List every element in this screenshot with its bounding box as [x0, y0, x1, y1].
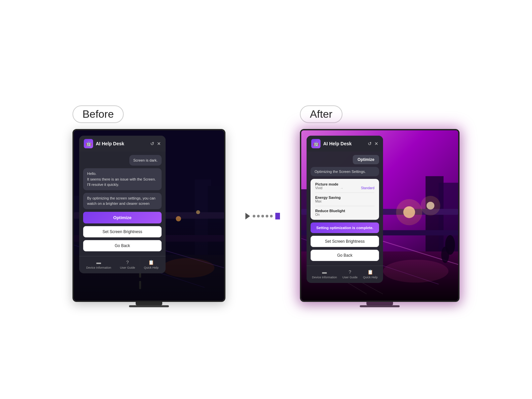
arrow-icon: →: [340, 186, 343, 190]
dot-5: [270, 215, 273, 217]
after-close-button[interactable]: ✕: [374, 141, 378, 146]
dots-container: [253, 215, 273, 217]
after-tv-base: [360, 305, 400, 307]
after-tv-stand: [366, 302, 393, 305]
before-help-icon: 📋: [148, 260, 154, 265]
before-back-button[interactable]: Go Back: [83, 240, 162, 251]
after-complete-button[interactable]: Setting optimization is complete.: [311, 222, 379, 233]
after-footer-guide[interactable]: ? User Guide: [342, 269, 358, 279]
after-back-button[interactable]: Go Back: [311, 250, 379, 261]
after-status-bubble: Optimizing the Screen Settings.: [311, 167, 379, 176]
after-label: After: [300, 105, 342, 123]
before-dialog-footer: ▬ Device Information ? User Guide 📋 Quic…: [79, 256, 166, 273]
before-optimize-button[interactable]: Optimize: [83, 212, 162, 223]
energy-saving-row: Energy Saving Max: [315, 196, 374, 203]
after-settings-card: Picture mode Vivid → Standard Energy Sav…: [311, 179, 379, 220]
reduce-bluelight-label: Reduce Bluelight: [315, 209, 374, 213]
before-dialog: 🤖 AI Help Desk ↺ ✕ Screen is dark. Hello…: [79, 136, 166, 273]
after-help-icon: 📋: [367, 269, 373, 275]
picture-mode-row: Picture mode Vivid → Standard: [315, 182, 374, 190]
before-close-button[interactable]: ✕: [157, 141, 161, 146]
before-panel: Before: [72, 105, 225, 307]
before-brightness-button[interactable]: Set Screen Brightness: [83, 226, 162, 237]
arrow-head-left: [245, 213, 250, 219]
after-tv-screen: 🤖 AI Help Desk ↺ ✕ Optimize Optimizing t…: [300, 129, 460, 302]
divider-2: [315, 206, 374, 206]
before-dialog-title: AI Help Desk: [96, 141, 124, 146]
picture-mode-label: Picture mode: [315, 182, 374, 186]
arrow-connector: [245, 213, 280, 219]
before-footer-help[interactable]: 📋 Quick Help: [144, 260, 159, 269]
dot-4: [266, 215, 268, 217]
after-optimize-top-button[interactable]: Optimize: [353, 155, 379, 164]
before-footer-device[interactable]: ▬ Device Information: [86, 260, 111, 269]
after-dialog-controls: ↺ ✕: [368, 141, 378, 146]
energy-saving-label: Energy Saving: [315, 196, 374, 200]
after-panel: After: [300, 105, 460, 307]
before-device-icon: ▬: [96, 260, 101, 265]
before-header-left: 🤖 AI Help Desk: [84, 139, 124, 148]
before-dialog-controls: ↺ ✕: [150, 141, 161, 146]
after-footer-device[interactable]: ▬ Device Information: [312, 269, 337, 279]
dot-3: [261, 215, 264, 217]
dot-2: [257, 215, 260, 217]
before-footer-guide[interactable]: ? User Guide: [120, 260, 135, 269]
before-refresh-button[interactable]: ↺: [150, 141, 154, 146]
after-footer-help[interactable]: 📋 Quick Help: [363, 269, 378, 279]
energy-saving-value: Max: [315, 200, 374, 203]
after-dialog: 🤖 AI Help Desk ↺ ✕ Optimize Optimizing t…: [307, 136, 383, 283]
divider-1: [315, 193, 374, 193]
before-screen-dark-bubble: Screen is dark.: [129, 155, 162, 166]
dot-1: [253, 215, 255, 217]
reduce-bluelight-row: Reduce Bluelight On: [315, 209, 374, 216]
before-ai-icon: 🤖: [84, 139, 93, 148]
picture-mode-to: Standard: [361, 186, 374, 190]
before-tv-stand: [136, 302, 162, 305]
after-dialog-title: AI Help Desk: [323, 141, 352, 146]
picture-mode-values: Vivid → Standard: [315, 186, 374, 190]
main-container: Before: [0, 105, 532, 307]
after-brightness-button[interactable]: Set Screen Brightness: [311, 236, 379, 247]
arrow-head-right: [275, 213, 280, 219]
before-label: Before: [72, 105, 124, 123]
picture-mode-from: Vivid: [315, 186, 323, 190]
before-dialog-body: Screen is dark. Hello.It seems there is …: [79, 152, 166, 255]
after-dialog-header: 🤖 AI Help Desk ↺ ✕: [307, 136, 383, 152]
before-hello-bubble: Hello.It seems there is an issue with th…: [83, 168, 162, 190]
after-ai-icon: 🤖: [311, 139, 321, 148]
before-tv-screen: 🤖 AI Help Desk ↺ ✕ Screen is dark. Hello…: [72, 129, 225, 302]
reduce-bluelight-value: On: [315, 213, 374, 216]
before-guide-icon: ?: [126, 260, 129, 265]
after-dialog-footer: ▬ Device Information ? User Guide 📋 Quic…: [307, 266, 383, 283]
after-header-left: 🤖 AI Help Desk: [311, 139, 352, 148]
after-guide-icon: ?: [349, 269, 351, 275]
before-dialog-header: 🤖 AI Help Desk ↺ ✕: [79, 136, 166, 152]
before-optimize-bubble: By optimizing the screen settings, you c…: [83, 193, 162, 209]
after-dialog-body: Optimize Optimizing the Screen Settings.…: [307, 152, 383, 264]
before-tv-base: [129, 305, 169, 307]
after-device-icon: ▬: [322, 269, 327, 275]
after-refresh-button[interactable]: ↺: [368, 141, 372, 146]
